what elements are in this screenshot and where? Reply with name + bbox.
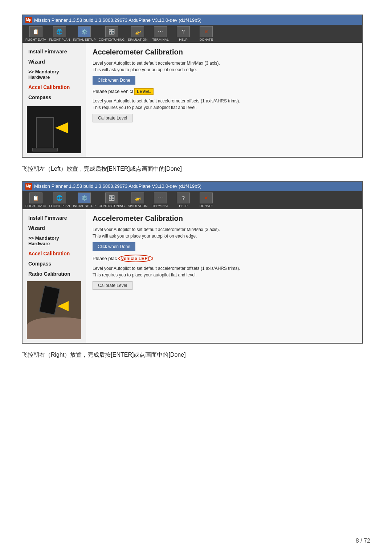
- toolbar-flight-plan-label-2: FLIGHT PLAN: [49, 204, 70, 208]
- toolbar-2: 📋 FLIGHT DATA 🌐 FLIGHT PLAN ⚙️ INITIAL S…: [23, 191, 362, 209]
- content-area-1: Install Firmware Wizard >> Mandatory Har…: [23, 43, 362, 157]
- sidebar-1: Install Firmware Wizard >> Mandatory Har…: [23, 43, 86, 157]
- sidebar-compass-1[interactable]: Compass: [27, 92, 81, 102]
- section-title-2: Accelerometer Calibration: [93, 214, 356, 223]
- click-when-done-btn-2[interactable]: Click when Done: [93, 242, 135, 251]
- toolbar-config-label-1: CONFIG/TUNING: [99, 38, 125, 41]
- calib-level-desc-1: Level your Autopilot to set default acce…: [93, 98, 356, 111]
- caption-1: 飞控朝左（Left）放置，完成后按[ENTER]或点画面中的[Done]: [22, 164, 370, 174]
- toolbar-initial-setup-label-1: INITIAL SETUP: [73, 38, 96, 41]
- toolbar-simulation-label-1: SIMULATION: [128, 38, 147, 41]
- screenshot-block-1: Mp Mission Planner 1.3.58 build 1.3.6808…: [22, 15, 363, 158]
- mp-logo-1: Mp: [25, 17, 32, 23]
- sidebar-wizard-1[interactable]: Wizard: [27, 57, 81, 67]
- toolbar-flight-data-2[interactable]: 📋 FLIGHT DATA: [25, 193, 46, 208]
- mp-logo-2: Mp: [25, 183, 32, 190]
- terminal-icon-1: ⋯: [154, 26, 167, 37]
- flight-plan-icon-1: 🌐: [53, 26, 66, 37]
- config-icon-1: 🎛️: [105, 26, 118, 37]
- flight-data-icon-1: 📋: [29, 26, 42, 37]
- toolbar-flight-plan-2[interactable]: 🌐 FLIGHT PLAN: [49, 193, 70, 208]
- toolbar-donate-label-1: DONATE: [200, 38, 213, 41]
- toolbar-donate-label-2: DONATE: [200, 204, 213, 208]
- toolbar-help-label-2: HELP: [179, 204, 188, 208]
- initial-setup-icon-1: ⚙️: [78, 26, 91, 37]
- calib-level-desc-2: Level your Autopilot to set default acce…: [93, 265, 356, 278]
- toolbar-terminal-1[interactable]: ⋯ TERMINAL: [151, 26, 171, 41]
- titlebar-2: Mp Mission Planner 1.3.58 build 1.3.6808…: [23, 182, 362, 191]
- arrow-icon-2: [58, 301, 69, 311]
- sidebar-compass-2[interactable]: Compass: [27, 259, 81, 269]
- titlebar-text-2: Mission Planner 1.3.58 build 1.3.6808.29…: [34, 183, 201, 189]
- section-title-1: Accelerometer Calibration: [93, 48, 356, 56]
- device-shape-1: [36, 117, 54, 150]
- toolbar-simulation-label-2: SIMULATION: [128, 204, 147, 208]
- sidebar-mandatory-2[interactable]: >> Mandatory Hardware: [27, 233, 81, 248]
- calib-level-section-2: Level your Autopilot to set default acce…: [93, 265, 356, 290]
- donate-icon-2: ✕: [200, 193, 213, 203]
- sidebar-install-firmware-2[interactable]: Install Firmware: [27, 213, 81, 223]
- toolbar-help-label-1: HELP: [179, 38, 188, 41]
- screenshot-block-2: Mp Mission Planner 1.3.58 build 1.3.6808…: [22, 181, 363, 344]
- sidebar-accel-2[interactable]: Accel Calibration: [27, 248, 81, 259]
- config-icon-2: 🎛️: [105, 193, 118, 203]
- toolbar-flight-data-label-2: FLIGHT DATA: [25, 204, 46, 208]
- sidebar-install-firmware-1[interactable]: Install Firmware: [27, 46, 81, 57]
- toolbar-1: 📋 FLIGHT DATA 🌐 FLIGHT PLAN ⚙️ INITIAL S…: [23, 25, 362, 43]
- main-content-2: Accelerometer Calibration Level your Aut…: [86, 209, 362, 343]
- flight-plan-icon-2: 🌐: [53, 193, 66, 203]
- click-when-done-btn-1[interactable]: Click when Done: [93, 76, 135, 85]
- page-number: 8 / 72: [356, 538, 370, 544]
- toolbar-config-2[interactable]: 🎛️ CONFIG/TUNING: [99, 193, 125, 208]
- simulation-icon-1: 🚁: [131, 26, 144, 37]
- toolbar-flight-plan-label-1: FLIGHT PLAN: [49, 38, 70, 41]
- device-image-1: [27, 106, 81, 153]
- sidebar-mandatory-1[interactable]: >> Mandatory Hardware: [27, 67, 81, 82]
- toolbar-simulation-1[interactable]: 🚁 SIMULATION: [128, 26, 148, 41]
- toolbar-donate-2[interactable]: ✕ DONATE: [196, 193, 216, 208]
- status-text-1: Please place vehicl LEVEL: [93, 88, 356, 95]
- toolbar-flight-data-1[interactable]: 📋 FLIGHT DATA: [25, 26, 46, 41]
- toolbar-config-label-2: CONFIG/TUNING: [99, 204, 125, 208]
- toolbar-initial-setup-2[interactable]: ⚙️ INITIAL SETUP: [73, 193, 96, 208]
- sidebar-radio-2[interactable]: Radio Calibration: [27, 269, 81, 279]
- sidebar-2: Install Firmware Wizard >> Mandatory Har…: [23, 209, 86, 343]
- toolbar-terminal-label-1: TERMINAL: [152, 38, 169, 41]
- arrow-icon-1: [55, 122, 68, 133]
- calib-level-btn-1[interactable]: Calibrate Level: [93, 114, 132, 122]
- toolbar-flight-data-label-1: FLIGHT DATA: [25, 38, 46, 41]
- toolbar-help-2[interactable]: ? HELP: [173, 193, 193, 208]
- calib-desc-1: Level your Autopilot to set default acce…: [93, 60, 356, 73]
- help-icon-2: ?: [177, 193, 190, 203]
- toolbar-initial-setup-1[interactable]: ⚙️ INITIAL SETUP: [73, 26, 96, 41]
- toolbar-terminal-2[interactable]: ⋯ TERMINAL: [151, 193, 171, 208]
- device-in-hand-2: [39, 285, 61, 315]
- content-area-2: Install Firmware Wizard >> Mandatory Har…: [23, 209, 362, 343]
- device-base-1: [32, 148, 58, 151]
- sidebar-wizard-2[interactable]: Wizard: [27, 223, 81, 233]
- toolbar-config-1[interactable]: 🎛️ CONFIG/TUNING: [99, 26, 125, 41]
- simulation-icon-2: 🚁: [131, 193, 144, 203]
- sidebar-accel-1[interactable]: Accel Calibration: [27, 82, 81, 92]
- calib-desc-2: Level your Autopilot to set default acce…: [93, 226, 356, 239]
- toolbar-initial-setup-label-2: INITIAL SETUP: [73, 204, 96, 208]
- hand-image-2: [27, 281, 81, 339]
- titlebar-text-1: Mission Planner 1.3.58 build 1.3.6808.29…: [34, 17, 201, 23]
- help-icon-1: ?: [177, 26, 190, 37]
- calib-level-section-1: Level your Autopilot to set default acce…: [93, 98, 356, 122]
- initial-setup-icon-2: ⚙️: [78, 193, 91, 203]
- main-content-1: Accelerometer Calibration Level your Aut…: [86, 43, 362, 157]
- status-text-2: Please plac vehicle LEFT: [93, 255, 356, 262]
- toolbar-donate-1[interactable]: ✕ DONATE: [196, 26, 216, 41]
- terminal-icon-2: ⋯: [154, 193, 167, 203]
- toolbar-help-1[interactable]: ? HELP: [173, 26, 193, 41]
- titlebar-1: Mp Mission Planner 1.3.58 build 1.3.6808…: [23, 15, 362, 25]
- donate-icon-1: ✕: [200, 26, 213, 37]
- calib-level-btn-2[interactable]: Calibrate Level: [93, 281, 132, 290]
- vehicle-left-badge-2: vehicle LEFT: [118, 255, 153, 262]
- flight-data-icon-2: 📋: [29, 193, 42, 203]
- toolbar-flight-plan-1[interactable]: 🌐 FLIGHT PLAN: [49, 26, 70, 41]
- toolbar-terminal-label-2: TERMINAL: [152, 204, 169, 208]
- caption-2: 飞控朝右（Right）放置，完成后按[ENTER]或点画面中的[Done]: [22, 350, 370, 360]
- toolbar-simulation-2[interactable]: 🚁 SIMULATION: [128, 193, 148, 208]
